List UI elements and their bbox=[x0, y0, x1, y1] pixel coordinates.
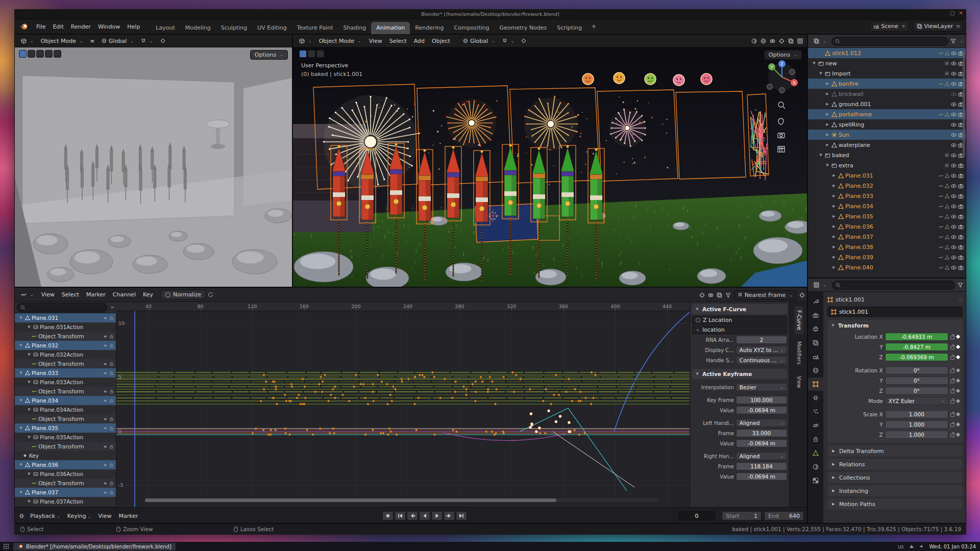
menu-window[interactable]: Window bbox=[94, 22, 124, 32]
disclosure-right-icon[interactable]: ▶ bbox=[831, 255, 837, 259]
disclosure-down-icon[interactable]: ▼ bbox=[818, 153, 823, 157]
tool-select-box[interactable] bbox=[19, 50, 27, 58]
play-reverse-button[interactable] bbox=[419, 511, 430, 520]
eye-icon[interactable] bbox=[951, 61, 957, 66]
speaker-icon[interactable] bbox=[103, 426, 108, 431]
outliner-item-plane-032[interactable]: ▶Plane.032 bbox=[808, 181, 966, 191]
viewport-left-scene[interactable] bbox=[15, 47, 292, 287]
snap-mode-dropdown[interactable]: Nearest Frame⌄ bbox=[734, 290, 796, 300]
proportional-edit-icon[interactable] bbox=[518, 37, 529, 44]
proportional-edit-icon[interactable] bbox=[799, 292, 805, 298]
graph-ruler[interactable]: 4080120160200240280320360400440 bbox=[116, 302, 690, 311]
outliner-item-spellring[interactable]: ▶spellRing bbox=[808, 119, 966, 130]
eye-icon[interactable] bbox=[951, 255, 957, 260]
disclosure-down-icon[interactable]: ▼ bbox=[18, 398, 23, 403]
field-value[interactable]: 100.000 bbox=[736, 396, 787, 404]
menu-file[interactable]: File bbox=[33, 22, 49, 32]
viewport-menu-view[interactable]: View bbox=[365, 37, 386, 45]
blender-logo-icon[interactable] bbox=[18, 22, 30, 31]
properties-tab-render[interactable] bbox=[808, 309, 823, 322]
eye-icon[interactable] bbox=[951, 204, 957, 209]
outliner-item-plane-036[interactable]: ▶Plane.036 bbox=[808, 221, 966, 232]
viewlayer-selector[interactable]: ViewLayer ⧉ bbox=[913, 21, 964, 32]
lock-icon[interactable] bbox=[109, 316, 114, 320]
speaker-icon[interactable] bbox=[103, 316, 108, 320]
frame-end-field[interactable]: End640 bbox=[764, 511, 804, 520]
eye-icon[interactable] bbox=[951, 244, 957, 250]
disclosure-down-icon[interactable]: ▼ bbox=[27, 472, 32, 476]
onion-skin-icon[interactable] bbox=[708, 292, 714, 298]
speaker-icon[interactable] bbox=[103, 417, 108, 421]
channel-expand-icon[interactable]: ⇔ bbox=[111, 305, 114, 310]
speaker-icon[interactable] bbox=[103, 343, 108, 348]
jump-end-button[interactable] bbox=[456, 511, 467, 520]
properties-tab-modifiers[interactable] bbox=[808, 391, 823, 405]
channel-action-17[interactable]: ▼Plane.036Action bbox=[15, 469, 116, 479]
pin-icon[interactable]: ◌ bbox=[959, 297, 963, 302]
eye-icon[interactable] bbox=[951, 122, 957, 128]
outliner-scrollbar[interactable] bbox=[963, 50, 965, 157]
next-keyframe-button[interactable] bbox=[444, 511, 455, 520]
eye-icon[interactable] bbox=[951, 265, 957, 270]
lock-icon[interactable] bbox=[109, 417, 114, 421]
field-value[interactable]: Auto XYZ to ...⌄ bbox=[736, 346, 787, 354]
viewport-menu-object[interactable]: Object bbox=[428, 37, 454, 45]
eye-icon[interactable] bbox=[951, 163, 957, 168]
disclosure-right-icon[interactable]: ▶ bbox=[831, 214, 837, 218]
channel-group-8[interactable]: Object Transform bbox=[15, 387, 116, 396]
graph-menu-view[interactable]: View bbox=[38, 290, 58, 299]
current-frame-field[interactable]: 0 bbox=[678, 511, 715, 520]
camera-icon[interactable] bbox=[958, 183, 964, 189]
editor-type-properties-icon[interactable]: ⌄ bbox=[811, 281, 829, 289]
workspace-tab-modeling[interactable]: Modeling bbox=[180, 22, 216, 34]
lock-icon[interactable] bbox=[950, 336, 954, 339]
camera-icon[interactable] bbox=[958, 214, 964, 219]
maximize-icon[interactable]: ▢ bbox=[950, 10, 954, 16]
camera-icon[interactable] bbox=[958, 244, 964, 250]
lock-icon[interactable] bbox=[109, 481, 114, 486]
disclosure-right-icon[interactable]: ▶ bbox=[831, 245, 837, 249]
graph-menu-channel[interactable]: Channel bbox=[109, 290, 139, 299]
keyframe-diamond-icon[interactable] bbox=[956, 422, 960, 426]
graph-menu-key[interactable]: Key bbox=[139, 290, 157, 299]
editor-type-outliner-icon[interactable]: ⌄ bbox=[811, 37, 829, 45]
transform-panel-header[interactable]: ▼ Transform bbox=[827, 320, 963, 331]
gizmos-icon[interactable] bbox=[779, 38, 785, 44]
camera-icon[interactable] bbox=[958, 193, 964, 199]
disclosure-down-icon[interactable]: ▼ bbox=[27, 380, 32, 384]
channel-action-1[interactable]: ▼Plane.031Action bbox=[15, 322, 116, 332]
window-titlebar[interactable]: Blender* [/home/amalie/Desktop/blender/f… bbox=[14, 9, 966, 19]
snap-toggle-icon[interactable]: ⌄ bbox=[138, 37, 156, 44]
play-button[interactable] bbox=[431, 511, 443, 520]
viewport-right-mode-dropdown[interactable]: Object Mode⌄ bbox=[316, 37, 364, 45]
field-value[interactable]: -0.0694 m bbox=[736, 472, 787, 481]
keyframe-diamond-icon[interactable] bbox=[956, 378, 960, 382]
scene-selector[interactable]: Scene ✕ bbox=[870, 21, 909, 32]
lock-icon[interactable] bbox=[950, 434, 954, 437]
section-delta-transform[interactable]: ▶Delta Transform bbox=[827, 445, 963, 457]
channel-key-15[interactable]: Key bbox=[15, 451, 116, 460]
section-instancing[interactable]: ▶Instancing bbox=[827, 485, 963, 496]
eye-icon[interactable] bbox=[951, 71, 957, 77]
disclosure-down-icon[interactable]: ▼ bbox=[27, 325, 32, 329]
disclosure-down-icon[interactable]: ▼ bbox=[27, 408, 32, 412]
outliner-item-stick1-012[interactable]: stick1.012 bbox=[808, 48, 966, 58]
eye-icon[interactable] bbox=[951, 112, 957, 117]
viewport-left-options-button[interactable]: Options⌄ bbox=[250, 50, 288, 60]
section-relations[interactable]: ▶Relations bbox=[827, 459, 963, 470]
viewport-right[interactable]: ⌄ Object Mode⌄ ViewSelectAddObject Globa… bbox=[292, 34, 807, 287]
outliner-options-icon[interactable]: ⌄ bbox=[960, 39, 963, 43]
playback-menu-keying[interactable]: Keying⌄ bbox=[64, 512, 95, 520]
lock-icon[interactable] bbox=[109, 444, 114, 449]
outliner-item-plane-040[interactable]: ▶Plane.040 bbox=[808, 262, 966, 272]
disclosure-down-icon[interactable]: ▼ bbox=[18, 463, 23, 467]
channel-group-14[interactable]: Object Transform bbox=[15, 442, 116, 451]
field-value[interactable]: Aligned⌄ bbox=[736, 452, 787, 460]
object-name-field[interactable]: stick1.001 bbox=[827, 307, 963, 317]
outliner-item-plane-034[interactable]: ▶Plane.034 bbox=[808, 201, 966, 211]
lock-icon[interactable] bbox=[950, 400, 954, 404]
check-icon[interactable] bbox=[944, 163, 949, 168]
workspace-tab-animation[interactable]: Animation bbox=[371, 22, 410, 34]
prev-keyframe-button[interactable] bbox=[407, 511, 418, 520]
camera-icon[interactable] bbox=[958, 173, 964, 179]
